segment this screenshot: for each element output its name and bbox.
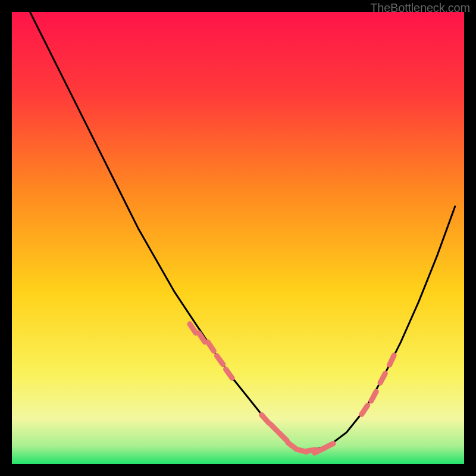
chart-svg xyxy=(12,12,464,464)
attribution-text: TheBottleneck.com xyxy=(370,1,470,15)
gradient-background xyxy=(12,12,464,464)
chart-frame xyxy=(12,12,464,464)
